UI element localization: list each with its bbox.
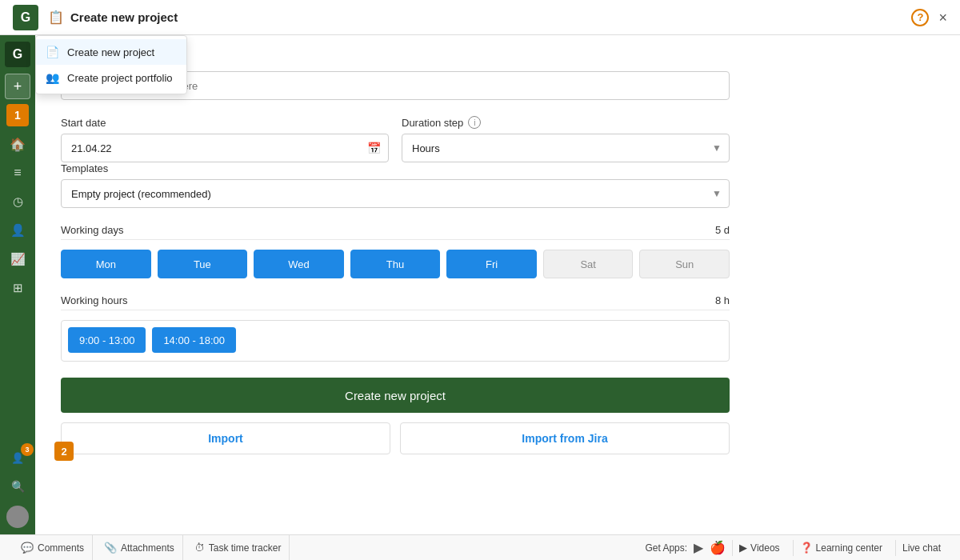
learning-center-link[interactable]: ❓ Learning center bbox=[793, 540, 889, 556]
date-duration-row: Start date 📅 Duration step i Hour bbox=[61, 116, 730, 162]
learning-icon: ❓ bbox=[800, 542, 813, 554]
sidebar-item-clock[interactable]: ◷ bbox=[5, 189, 30, 214]
close-button[interactable]: × bbox=[938, 10, 947, 25]
day-wed[interactable]: Wed bbox=[254, 250, 344, 278]
create-project-button[interactable]: Create new project bbox=[61, 378, 730, 413]
sidebar-item-grid[interactable]: ⊞ bbox=[5, 275, 30, 301]
duration-label-row: Duration step i bbox=[402, 116, 730, 129]
portfolio-icon: 👥 bbox=[46, 71, 59, 84]
bottom-tab-comments[interactable]: 💬 Comments bbox=[13, 535, 93, 560]
orange-badge-2: 2 bbox=[54, 442, 74, 461]
get-apps-label: Get Apps: bbox=[645, 542, 687, 554]
notification-badge: 3 bbox=[21, 443, 34, 456]
sidebar-item-chart[interactable]: 📈 bbox=[5, 246, 30, 272]
videos-icon: ▶ bbox=[739, 542, 747, 554]
dropdown-item-portfolio[interactable]: 👥 Create project portfolio bbox=[36, 65, 186, 90]
templates-group: Templates Empty project (recommended) So… bbox=[61, 162, 730, 208]
day-sun[interactable]: Sun bbox=[639, 250, 730, 278]
working-hours-label: Working hours bbox=[61, 294, 128, 306]
main-layout: G + 1 🏠 ≡ ◷ 👤 📈 ⊞ 👤 3 🔍 bbox=[0, 35, 960, 534]
working-hours-divider bbox=[61, 310, 730, 310]
hours-row: 9:00 - 13:00 14:00 - 18:00 bbox=[61, 320, 730, 362]
live-chat-link[interactable]: Live chat bbox=[895, 540, 947, 556]
sidebar-item-list[interactable]: ≡ bbox=[5, 160, 30, 186]
duration-step-select[interactable]: Hours Days Weeks bbox=[402, 134, 730, 162]
bottom-right: Get Apps: ▶ 🍎 ▶ Videos ❓ Learning center… bbox=[645, 540, 947, 556]
import-buttons-wrapper: Import Import from Jira 2 bbox=[61, 422, 730, 454]
calendar-icon[interactable]: 📅 bbox=[367, 142, 381, 154]
sidebar-item-home[interactable]: 🏠 bbox=[5, 131, 30, 157]
dropdown-item-new-project[interactable]: 📄 Create new project bbox=[36, 39, 186, 65]
import-button[interactable]: Import bbox=[61, 422, 390, 454]
duration-step-label: Duration step bbox=[402, 117, 463, 129]
top-bar: G 📋 Create new project ? × bbox=[0, 0, 960, 35]
start-date-input[interactable] bbox=[61, 134, 389, 162]
new-project-icon: 📄 bbox=[46, 46, 59, 58]
import-buttons-row: Import Import from Jira bbox=[61, 422, 730, 454]
working-hours-count: 8 h bbox=[715, 294, 730, 306]
working-days-header: Working days 5 d bbox=[61, 224, 730, 236]
duration-select-container: Hours Days Weeks ▼ bbox=[402, 134, 730, 162]
sidebar-add-button[interactable]: + bbox=[5, 74, 30, 99]
start-date-label: Start date bbox=[61, 117, 389, 129]
start-date-input-wrapper: 📅 bbox=[61, 134, 389, 162]
duration-step-group: Duration step i Hours Days Weeks ▼ bbox=[402, 116, 730, 162]
day-thu[interactable]: Thu bbox=[350, 250, 441, 278]
days-row: Mon Tue Wed Thu Fri Sat Sun bbox=[61, 250, 730, 278]
sidebar-project-badge: 1 bbox=[6, 104, 29, 126]
sidebar: G + 1 🏠 ≡ ◷ 👤 📈 ⊞ 👤 3 🔍 bbox=[0, 35, 35, 534]
bottom-tab-time-tracker[interactable]: ⏱ Task time tracker bbox=[186, 535, 290, 560]
dropdown-menu: 📄 Create new project 👥 Create project po… bbox=[35, 35, 187, 94]
content-area: Project name Start date 📅 Duration step … bbox=[35, 35, 960, 534]
working-hours-group: Working hours 8 h 9:00 - 13:00 14:00 - 1… bbox=[61, 294, 730, 362]
form-container: Project name Start date 📅 Duration step … bbox=[35, 35, 755, 474]
hours-afternoon[interactable]: 14:00 - 18:00 bbox=[152, 327, 236, 353]
duration-info-icon[interactable]: i bbox=[468, 116, 481, 129]
day-fri[interactable]: Fri bbox=[446, 250, 537, 278]
comments-icon: 💬 bbox=[21, 542, 34, 554]
top-bar-actions: ? × bbox=[911, 9, 947, 26]
working-days-count: 5 d bbox=[715, 224, 730, 236]
working-days-divider bbox=[61, 239, 730, 240]
apple-store-icon[interactable]: 🍎 bbox=[710, 540, 726, 555]
start-date-group: Start date 📅 bbox=[61, 117, 389, 162]
bottom-tab-attachments[interactable]: 📎 Attachments bbox=[96, 535, 183, 560]
title-icon: 📋 bbox=[48, 10, 64, 25]
templates-select-container: Empty project (recommended) Software pro… bbox=[61, 179, 730, 208]
sidebar-item-users[interactable]: 👤 bbox=[5, 218, 30, 243]
working-hours-header: Working hours 8 h bbox=[61, 294, 730, 306]
hours-morning[interactable]: 9:00 - 13:00 bbox=[68, 327, 146, 353]
attachments-icon: 📎 bbox=[104, 542, 117, 554]
sidebar-numbered-1[interactable]: 1 bbox=[5, 102, 30, 128]
videos-link[interactable]: ▶ Videos bbox=[732, 540, 786, 556]
working-days-label: Working days bbox=[61, 224, 124, 236]
bottom-bar: 💬 Comments 📎 Attachments ⏱ Task time tra… bbox=[0, 534, 960, 560]
sidebar-logo: G bbox=[5, 42, 30, 67]
duration-step-select-wrapper: Hours Days Weeks ▼ bbox=[402, 134, 730, 162]
templates-label: Templates bbox=[61, 162, 730, 174]
import-jira-button[interactable]: Import from Jira bbox=[400, 422, 730, 454]
sidebar-search[interactable]: 🔍 bbox=[5, 474, 30, 499]
play-store-icon[interactable]: ▶ bbox=[694, 540, 703, 555]
user-avatar[interactable] bbox=[6, 506, 29, 528]
sidebar-notifications[interactable]: 👤 3 bbox=[5, 445, 30, 470]
templates-select[interactable]: Empty project (recommended) Software pro… bbox=[61, 179, 730, 208]
day-sat[interactable]: Sat bbox=[543, 250, 634, 278]
help-button[interactable]: ? bbox=[911, 9, 929, 26]
top-bar-title: 📋 Create new project bbox=[48, 10, 178, 25]
app-logo: G bbox=[13, 5, 38, 30]
day-tue[interactable]: Tue bbox=[158, 250, 248, 278]
working-days-group: Working days 5 d Mon Tue Wed Thu Fri Sat… bbox=[61, 224, 730, 278]
time-tracker-icon: ⏱ bbox=[194, 542, 205, 554]
day-mon[interactable]: Mon bbox=[61, 250, 151, 278]
